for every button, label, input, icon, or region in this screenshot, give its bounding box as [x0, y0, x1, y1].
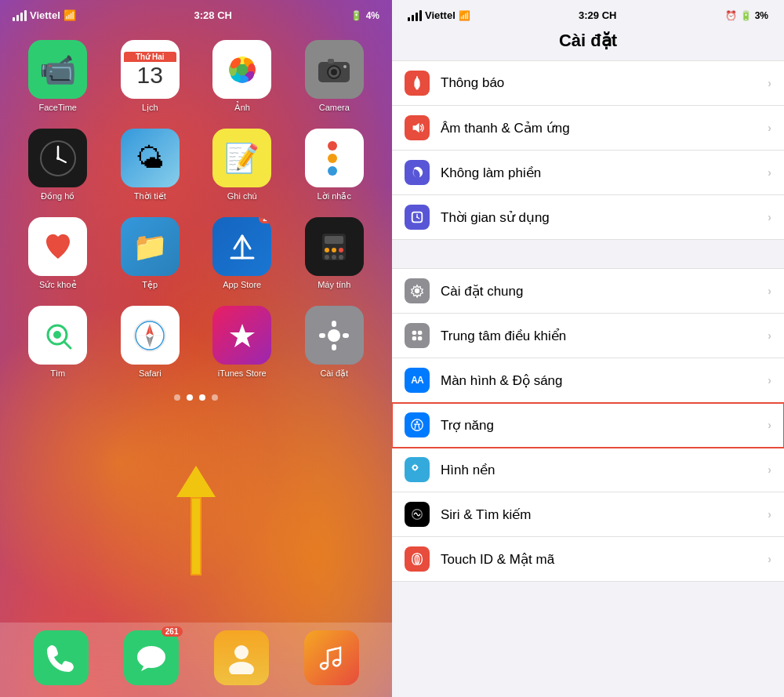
settings-item-khong-lam-phien[interactable]: Không làm phiền ›: [392, 151, 784, 195]
dock-phone[interactable]: [34, 630, 89, 685]
svg-rect-44: [319, 333, 325, 338]
messages-badge: 261: [162, 626, 183, 637]
tro-nang-label: Trợ năng: [441, 417, 768, 434]
appstore-icon: 24: [212, 217, 271, 276]
carrier-name-right: Viettel: [425, 9, 456, 21]
settings-item-cai-dat-chung[interactable]: Cài đặt chung ›: [392, 268, 784, 314]
weather-label: Thời tiết: [134, 191, 166, 201]
notif-icon: [405, 71, 430, 96]
thong-bao-label: Thông báo: [441, 75, 768, 91]
findmy-label: Tìm: [50, 368, 65, 378]
svg-point-48: [137, 646, 165, 668]
app-photos[interactable]: Ảnh: [200, 40, 285, 113]
am-thanh-label: Âm thanh & Cảm ứng: [441, 120, 768, 136]
svg-line-33: [64, 342, 71, 348]
health-label: Sức khoẻ: [39, 280, 77, 290]
battery-info-right: ⏰ 🔋 3%: [725, 10, 768, 21]
svg-point-29: [332, 255, 336, 260]
page-dots: [0, 387, 392, 408]
settings-item-am-thanh[interactable]: Âm thanh & Cảm ứng ›: [392, 106, 784, 151]
battery-percent-right: 3%: [755, 10, 768, 21]
app-camera[interactable]: Camera: [292, 40, 377, 113]
svg-rect-42: [332, 321, 336, 327]
settings-item-tro-nang[interactable]: Trợ năng ›: [392, 403, 784, 448]
svg-point-53: [416, 87, 419, 90]
app-appstore[interactable]: 24 App Store: [200, 217, 285, 290]
svg-marker-40: [230, 324, 255, 347]
access-icon: [405, 412, 430, 437]
settings-item-thoi-gian[interactable]: Thời gian sử dụng ›: [392, 195, 784, 240]
app-safari[interactable]: Safari: [108, 306, 193, 379]
app-settings-home[interactable]: Cài đặt: [292, 306, 377, 379]
app-notes[interactable]: 📝 Ghi chú: [200, 129, 285, 201]
dock-messages[interactable]: 261: [124, 630, 179, 685]
dock-contacts[interactable]: [214, 630, 269, 685]
right-panel: Viettel 📶 3:29 CH ⏰ 🔋 3% Cài đặt: [392, 0, 784, 697]
chevron-tro-nang: ›: [768, 419, 771, 431]
settings-item-man-hinh[interactable]: AA Màn hình & Độ sáng ›: [392, 358, 784, 403]
battery-icon-right: 🔋: [740, 10, 752, 21]
reminders-label: Lời nhắc: [318, 191, 351, 201]
calendar-date: 13: [137, 62, 163, 88]
photos-label: Ảnh: [234, 103, 250, 113]
wifi-icon: 📶: [64, 9, 76, 21]
app-calculator[interactable]: Máy tính: [292, 217, 377, 290]
app-facetime[interactable]: FaceTime: [16, 40, 100, 113]
battery-icon-left: 🔋: [350, 10, 362, 21]
touchid-label: Touch ID & Mật mã: [441, 551, 768, 568]
wallpaper-icon: [405, 457, 430, 482]
settings-item-siri[interactable]: Siri & Tìm kiếm ›: [392, 492, 784, 537]
app-calendar[interactable]: Thứ Hai 13 Lịch: [108, 40, 193, 113]
svg-point-41: [328, 329, 340, 342]
calendar-label: Lịch: [142, 103, 158, 113]
status-bar-left: Viettel 📶 3:28 CH 🔋 4%: [0, 0, 392, 24]
dock: 261: [0, 623, 392, 697]
app-reminders[interactable]: Lời nhắc: [292, 129, 377, 201]
app-findmy[interactable]: Tìm: [16, 306, 100, 379]
app-clock[interactable]: Đồng hồ: [16, 129, 100, 201]
settings-item-thong-bao[interactable]: Thông báo ›: [392, 60, 784, 106]
itunes-icon: [212, 306, 271, 365]
carrier-info: Viettel 📶: [13, 9, 76, 21]
dnd-icon: [405, 160, 430, 185]
trung-tam-label: Trung tâm điều khiển: [441, 328, 768, 344]
settings-title: Cài đặt: [392, 24, 784, 60]
carrier-name: Viettel: [30, 9, 60, 21]
svg-point-65: [412, 419, 423, 430]
clock-label: Đồng hồ: [41, 191, 74, 201]
files-label: Tệp: [142, 280, 158, 290]
notes-label: Ghi chú: [227, 191, 257, 201]
settings-home-icon: [305, 306, 364, 365]
settings-item-hinh-nen[interactable]: Hình nền ›: [392, 448, 784, 492]
cai-dat-chung-label: Cài đặt chung: [441, 283, 768, 299]
khong-lam-phien-label: Không làm phiền: [441, 165, 768, 181]
svg-rect-43: [332, 344, 336, 350]
app-itunes[interactable]: iTunes Store: [200, 306, 285, 379]
chevron-dnd: ›: [768, 166, 771, 179]
app-health[interactable]: Sức khoẻ: [16, 217, 100, 290]
screen-time-icon: [405, 205, 430, 230]
app-weather[interactable]: 🌤 Thời tiết: [108, 129, 193, 201]
hinh-nen-label: Hình nền: [441, 462, 768, 478]
settings-item-touchid[interactable]: Touch ID & Mật mã ›: [392, 537, 784, 582]
svg-point-25: [325, 248, 329, 252]
safari-label: Safari: [139, 368, 162, 378]
alarm-icon: ⏰: [725, 10, 737, 21]
dock-music[interactable]: [304, 630, 359, 685]
arrow-annotation: [176, 466, 216, 575]
itunes-label: iTunes Store: [218, 368, 267, 378]
svg-point-66: [416, 421, 419, 423]
calendar-day: Thứ Hai: [124, 52, 176, 62]
chevron-cai-dat-chung: ›: [768, 285, 771, 297]
arrow-head: [176, 466, 216, 497]
app-files[interactable]: 📁 Tệp: [108, 217, 193, 290]
page-dot-1: [174, 394, 180, 401]
svg-line-69: [419, 424, 419, 428]
settings-section-2: Cài đặt chung › Trung tâm điều khiển ›: [392, 268, 784, 582]
appstore-label: App Store: [223, 280, 261, 289]
settings-item-trung-tam[interactable]: Trung tâm điều khiển ›: [392, 314, 784, 358]
appstore-badge: 24: [259, 217, 271, 223]
svg-rect-13: [328, 59, 334, 64]
svg-point-50: [234, 645, 249, 659]
facetime-icon: [28, 40, 87, 99]
